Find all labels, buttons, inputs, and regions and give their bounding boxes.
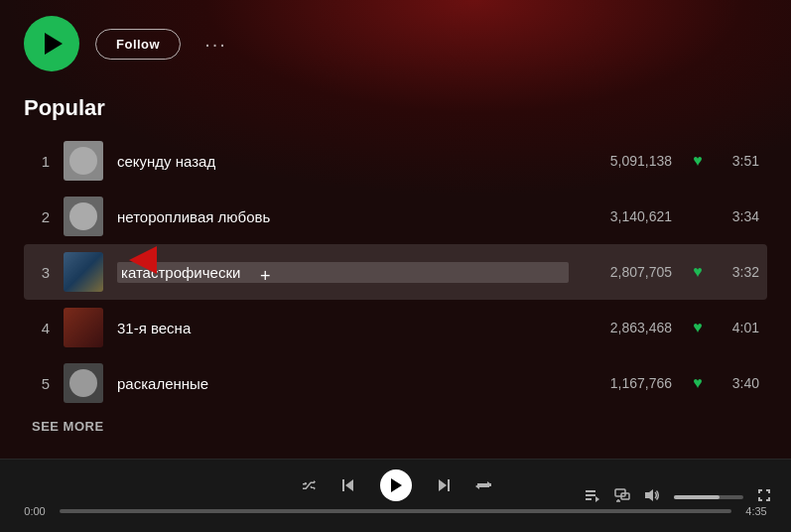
- repeat-button[interactable]: [475, 477, 491, 493]
- track-number: 5: [32, 375, 50, 392]
- track-duration: 3:32: [724, 264, 759, 280]
- track-name: раскаленные: [117, 375, 569, 392]
- heart-filled-icon: ♥: [693, 319, 703, 335]
- time-total: 4:35: [741, 505, 771, 517]
- track-thumbnail: [64, 308, 103, 347]
- track-item[interactable]: 2 неторопливая любовь 3,140,621 ♥ 3:34: [24, 189, 767, 244]
- volume-fill: [674, 495, 720, 499]
- track-duration: 3:51: [724, 153, 759, 169]
- track-like-icon[interactable]: ♥: [686, 263, 710, 281]
- popular-section-title: Popular: [24, 95, 767, 121]
- track-item[interactable]: 4 31-я весна 2,863,468 ♥ 4:01: [24, 300, 767, 355]
- thumb-image: [69, 147, 97, 175]
- heart-filled-icon: ♥: [693, 263, 703, 280]
- track-play-count: 2,807,705: [583, 264, 672, 280]
- time-current: 0:00: [20, 505, 50, 517]
- fullscreen-icon[interactable]: [757, 488, 771, 505]
- track-duration: 3:34: [724, 208, 759, 224]
- shuffle-button[interactable]: [301, 477, 317, 493]
- track-name: 31-я весна: [117, 320, 569, 336]
- track-number: 3: [32, 264, 50, 281]
- track-item[interactable]: 3 катастрофически 2,807,705 ♥ 3:32: [24, 244, 767, 300]
- track-number: 1: [32, 153, 50, 170]
- heart-filled-icon: ♥: [693, 374, 703, 391]
- progress-bar[interactable]: [60, 509, 731, 513]
- svg-marker-12: [645, 489, 653, 501]
- play-icon: [45, 33, 63, 55]
- thumb-image: [69, 202, 97, 230]
- see-more-button[interactable]: See more: [32, 419, 104, 434]
- play-button-large[interactable]: [24, 16, 79, 71]
- svg-rect-3: [448, 479, 450, 491]
- track-item[interactable]: 1 секунду назад 5,091,138 ♥ 3:51: [24, 133, 767, 189]
- progress-area: 0:00 4:35: [0, 505, 791, 525]
- svg-rect-5: [586, 494, 595, 496]
- svg-marker-2: [439, 479, 447, 491]
- svg-marker-0: [345, 479, 353, 491]
- track-list: 1 секунду назад 5,091,138 ♥ 3:51 2 нетор…: [24, 133, 767, 411]
- track-like-icon[interactable]: ♥: [686, 319, 710, 336]
- track-like-icon[interactable]: ♥: [686, 152, 710, 170]
- track-item[interactable]: 5 раскаленные 1,167,766 ♥ 3:40: [24, 355, 767, 411]
- track-play-count: 5,091,138: [583, 153, 672, 169]
- devices-icon[interactable]: [614, 487, 630, 506]
- track-number: 2: [32, 208, 50, 225]
- queue-icon[interactable]: [585, 487, 600, 506]
- track-thumbnail: [64, 141, 103, 181]
- svg-marker-7: [595, 496, 599, 502]
- player-bar: 0:00 4:35: [0, 459, 791, 532]
- follow-button[interactable]: Follow: [95, 29, 181, 60]
- track-duration: 4:01: [724, 320, 759, 335]
- track-name: катастрофически: [117, 262, 569, 283]
- player-play-icon: [391, 478, 402, 492]
- thumb-image: [69, 369, 97, 397]
- svg-rect-6: [586, 498, 592, 500]
- volume-bar[interactable]: [674, 495, 743, 499]
- track-like-icon[interactable]: ♥: [686, 207, 710, 225]
- track-thumbnail: [64, 363, 103, 403]
- svg-rect-1: [342, 479, 344, 491]
- player-right-controls: [585, 487, 771, 506]
- track-thumbnail: [64, 197, 103, 236]
- next-button[interactable]: [436, 477, 452, 493]
- track-number: 4: [32, 320, 50, 336]
- previous-button[interactable]: [340, 477, 356, 493]
- top-controls: Follow ···: [24, 16, 767, 71]
- heart-filled-icon: ♥: [693, 152, 703, 169]
- volume-icon[interactable]: [644, 487, 660, 506]
- track-thumbnail: [64, 252, 103, 292]
- heart-empty-icon: ♥: [693, 207, 703, 224]
- track-name: неторопливая любовь: [117, 208, 569, 225]
- track-duration: 3:40: [724, 375, 759, 391]
- track-play-count: 2,863,468: [583, 320, 672, 335]
- track-name: секунду назад: [117, 153, 569, 170]
- track-play-count: 3,140,621: [583, 208, 672, 224]
- svg-rect-4: [586, 490, 595, 492]
- track-play-count: 1,167,766: [583, 375, 672, 391]
- more-options-button[interactable]: ···: [197, 29, 235, 60]
- track-like-icon[interactable]: ♥: [686, 374, 710, 392]
- main-content: Follow ··· Popular 1 секунду назад 5,091…: [0, 0, 791, 459]
- player-play-button[interactable]: [380, 469, 412, 501]
